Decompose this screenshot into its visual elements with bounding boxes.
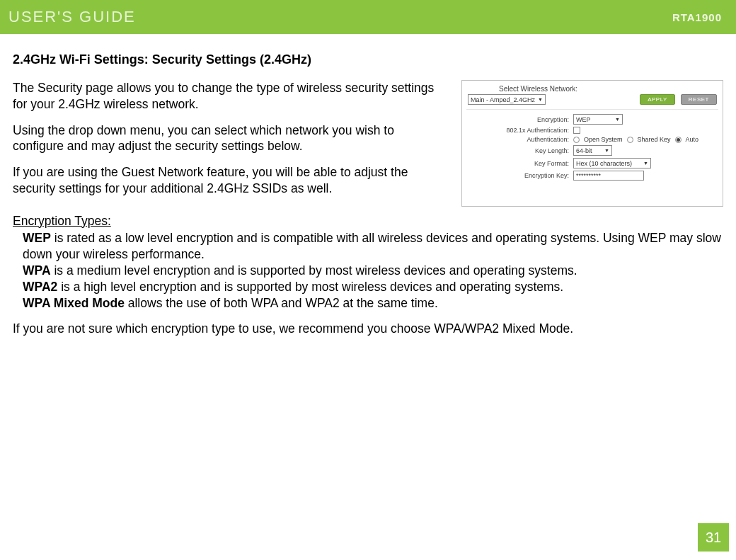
recommendation-note: If you are not sure which encryption typ… bbox=[13, 321, 723, 336]
select-network-value: Main - Amped_2.4GHz bbox=[471, 96, 535, 103]
authentication-label: Authentication: bbox=[502, 136, 569, 143]
encryption-wep-line: WEP is rated as a low level encryption a… bbox=[23, 230, 723, 263]
settings-panel: Select Wireless Network: Main - Amped_2.… bbox=[461, 80, 723, 207]
intro-paragraph-1: The Security page allows you to change t… bbox=[13, 80, 447, 113]
key-length-value: 64-bit bbox=[576, 147, 592, 154]
intro-text: The Security page allows you to change t… bbox=[13, 80, 447, 207]
page-header: USER'S GUIDE RTA1900 bbox=[0, 0, 736, 37]
encryption-types-heading: Encryption Types: bbox=[13, 214, 723, 229]
select-network-dropdown[interactable]: Main - Amped_2.4GHz ▼ bbox=[468, 94, 546, 105]
encryption-types-list: WEP is rated as a low level encryption a… bbox=[13, 230, 723, 312]
auth-8021x-checkbox[interactable] bbox=[573, 127, 580, 134]
auth-shared-radio[interactable] bbox=[627, 137, 633, 143]
auth-open-label: Open System bbox=[584, 136, 623, 143]
auth-8021x-label: 802.1x Authentication: bbox=[502, 127, 569, 134]
auth-shared-label: Shared Key bbox=[638, 136, 671, 143]
intro-paragraph-2: Using the drop down menu, you can select… bbox=[13, 122, 447, 155]
encryption-mixed-line: WPA Mixed Mode allows the use of both WP… bbox=[23, 295, 723, 312]
reset-button[interactable]: RESET bbox=[681, 94, 717, 105]
encryption-value: WEP bbox=[576, 116, 591, 123]
encryption-label: Encryption: bbox=[502, 116, 569, 123]
chevron-down-icon: ▼ bbox=[538, 97, 543, 102]
key-length-label: Key Length: bbox=[502, 147, 569, 154]
chevron-down-icon: ▼ bbox=[643, 161, 648, 166]
key-format-value: Hex (10 characters) bbox=[576, 160, 632, 167]
page-content: 2.4GHz Wi-Fi Settings: Security Settings… bbox=[0, 37, 736, 336]
key-format-dropdown[interactable]: Hex (10 characters) ▼ bbox=[573, 158, 651, 168]
apply-button[interactable]: APPLY bbox=[640, 94, 675, 105]
key-format-label: Key Format: bbox=[502, 160, 569, 167]
select-network-label: Select Wireless Network: bbox=[499, 85, 718, 93]
chevron-down-icon: ▼ bbox=[615, 117, 620, 122]
encryption-wpa-line: WPA is a medium level encryption and is … bbox=[23, 263, 723, 279]
header-title: USER'S GUIDE bbox=[8, 8, 136, 26]
encryption-dropdown[interactable]: WEP ▼ bbox=[573, 114, 623, 125]
auth-auto-label: Auto bbox=[686, 136, 699, 143]
encryption-key-input[interactable]: ********** bbox=[573, 171, 644, 181]
encryption-key-label: Encryption Key: bbox=[502, 172, 569, 179]
auth-auto-radio[interactable] bbox=[675, 137, 682, 143]
auth-open-radio[interactable] bbox=[573, 137, 580, 143]
intro-paragraph-3: If you are using the Guest Network featu… bbox=[13, 164, 447, 197]
header-model: RTA1900 bbox=[672, 11, 722, 23]
chevron-down-icon: ▼ bbox=[604, 148, 609, 153]
key-length-dropdown[interactable]: 64-bit ▼ bbox=[573, 145, 612, 156]
encryption-wpa2-line: WPA2 is a high level encryption and is s… bbox=[23, 279, 723, 295]
page-number: 31 bbox=[698, 523, 729, 552]
section-heading: 2.4GHz Wi-Fi Settings: Security Settings… bbox=[13, 52, 723, 67]
